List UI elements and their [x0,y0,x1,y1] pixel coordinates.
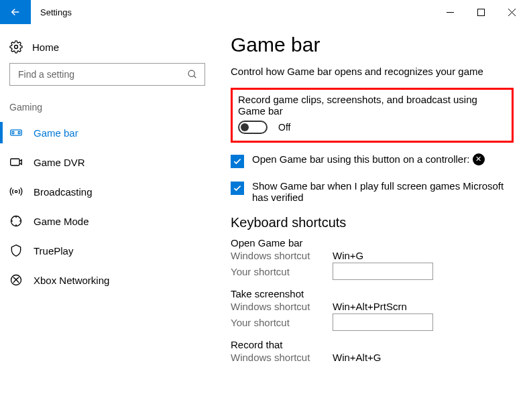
fullscreen-show-label: Show Game bar when I play full screen ga… [252,180,514,203]
sidebar-item-label: Game Mode [34,216,89,227]
sidebar-item-label: Broadcasting [34,186,93,198]
back-button[interactable] [0,0,31,24]
controller-open-checkbox[interactable] [231,155,244,168]
sidebar-item-label: Game bar [34,127,78,139]
windows-shortcut-value: Win+Alt+G [333,352,382,363]
svg-rect-8 [12,131,14,133]
your-shortcut-input[interactable] [333,263,433,280]
sidebar-item-gamebar[interactable]: Game bar [0,118,215,147]
check-icon [233,157,242,166]
svg-rect-9 [18,131,20,133]
record-toggle[interactable] [238,121,268,134]
xbox-button-icon [473,153,485,165]
windows-shortcut-label: Windows shortcut [231,352,333,363]
close-button[interactable] [496,0,527,24]
windows-shortcut-label: Windows shortcut [231,250,333,261]
record-toggle-label: Record game clips, screenshots, and broa… [238,94,506,117]
shortcut-title: Take screenshot [231,288,514,299]
check-icon [233,184,242,193]
sidebar-item-label: TruePlay [34,245,73,257]
fullscreen-show-checkbox[interactable] [231,182,244,195]
main-content: Game bar Control how Game bar opens and … [215,24,527,420]
sidebar-item-trueplay[interactable]: TruePlay [0,236,215,265]
page-description: Control how Game bar opens and recognize… [231,66,514,77]
minimize-icon [447,9,454,16]
sidebar-item-gamemode[interactable]: Game Mode [0,206,215,236]
trueplay-icon [9,244,23,257]
sidebar-item-broadcasting[interactable]: Broadcasting [0,177,215,206]
record-toggle-section: Record game clips, screenshots, and broa… [231,88,514,143]
sidebar-category: Gaming [0,98,215,118]
gamemode-icon [9,214,23,228]
xbox-icon [9,273,23,287]
windows-shortcut-value: Win+Alt+PrtScrn [333,301,407,312]
sidebar-home[interactable]: Home [0,35,215,63]
maximize-icon [477,9,485,16]
shortcut-title: Open Game bar [231,237,514,249]
dvr-icon [9,155,23,169]
svg-point-5 [188,70,194,76]
gamebar-icon [9,126,23,139]
title-bar: Settings [0,0,527,24]
broadcast-icon [9,185,23,198]
sidebar-item-gamedvr[interactable]: Game DVR [0,147,215,177]
svg-line-6 [194,76,196,78]
keyboard-shortcuts-heading: Keyboard shortcuts [231,215,514,230]
page-title: Game bar [231,33,514,56]
your-shortcut-label: Your shortcut [231,266,333,277]
shortcut-title: Record that [231,339,514,350]
your-shortcut-label: Your shortcut [231,317,333,328]
svg-point-4 [15,46,18,49]
sidebar-item-label: Xbox Networking [34,275,109,286]
minimize-button[interactable] [434,0,465,24]
search-input[interactable] [17,68,187,80]
gear-icon [9,40,23,54]
window-title: Settings [40,7,72,17]
record-toggle-state: Off [278,122,290,133]
controller-open-label: Open Game bar using this button on a con… [252,153,485,165]
shortcut-record-that: Record that Windows shortcut Win+Alt+G [231,339,514,363]
windows-shortcut-value: Win+G [333,250,363,261]
windows-shortcut-label: Windows shortcut [231,301,333,312]
sidebar-item-label: Game DVR [34,157,85,168]
svg-rect-10 [11,159,19,165]
close-icon [508,9,516,16]
svg-point-11 [15,190,17,192]
sidebar: Home Gaming Game bar Game DVR Broadcasti… [0,24,215,420]
shortcut-take-screenshot: Take screenshot Windows shortcut Win+Alt… [231,288,514,331]
sidebar-item-xboxnetworking[interactable]: Xbox Networking [0,265,215,295]
your-shortcut-input[interactable] [333,313,433,331]
arrow-left-icon [9,6,21,18]
maximize-button[interactable] [465,0,496,24]
search-icon [187,69,198,80]
sidebar-home-label: Home [32,42,59,53]
shortcut-open-gamebar: Open Game bar Windows shortcut Win+G You… [231,237,514,280]
search-box[interactable] [9,63,205,86]
svg-rect-1 [477,9,484,15]
